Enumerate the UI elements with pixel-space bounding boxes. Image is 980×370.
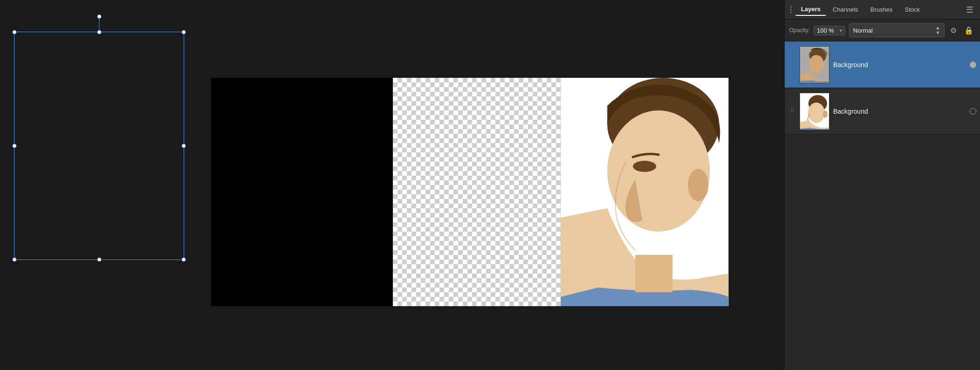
rotation-line: [99, 18, 100, 32]
opacity-dropdown-arrow[interactable]: ▾: [840, 28, 842, 33]
tab-channels[interactable]: Channels: [827, 4, 864, 15]
layer-visibility-icon: ⠿: [788, 62, 796, 68]
svg-point-3: [688, 169, 709, 201]
opacity-row: Opacity: 100 % ▾ Normal ▲▼ ⚙ 🔒: [785, 20, 980, 41]
handle-top-center[interactable]: [97, 30, 101, 34]
opacity-value: 100 %: [817, 27, 840, 34]
layer-thumbnail-2: [800, 93, 829, 130]
handle-bottom-center[interactable]: [97, 258, 101, 262]
tab-brushes[interactable]: Brushes: [865, 4, 898, 15]
rotation-handle[interactable]: [97, 14, 101, 19]
svg-point-4: [633, 161, 656, 172]
opacity-input[interactable]: 100 % ▾: [814, 26, 845, 35]
handle-bottom-left[interactable]: [13, 258, 17, 262]
blend-mode-arrows: ▲▼: [935, 25, 940, 35]
panel-tabs-bar: Layers Channels Brushes Stock ☰: [785, 0, 980, 20]
canvas-area[interactable]: [0, 0, 784, 370]
tab-stock[interactable]: Stock: [899, 4, 926, 15]
lock-icon[interactable]: 🔒: [962, 25, 975, 36]
layer-thumbnail-1: [800, 46, 829, 83]
handle-top-left[interactable]: [13, 30, 17, 34]
black-region: [211, 78, 393, 306]
canvas-content: [211, 64, 729, 306]
handle-mid-left[interactable]: [13, 144, 17, 148]
svg-rect-5: [635, 255, 673, 292]
transform-box: [14, 32, 184, 260]
opacity-label: Opacity:: [789, 27, 810, 34]
right-panel: Layers Channels Brushes Stock ☰ Opacity:…: [784, 0, 980, 370]
settings-icon[interactable]: ⚙: [948, 25, 959, 36]
layer-name-2: Background: [833, 108, 966, 115]
layers-list: ⠿ Background ⠿: [785, 41, 980, 370]
svg-point-12: [823, 110, 828, 118]
handle-top-right[interactable]: [182, 30, 186, 34]
layer-eye-1[interactable]: [970, 62, 976, 68]
layer-name-1: Background: [833, 61, 966, 69]
panel-menu-button[interactable]: ☰: [962, 3, 977, 17]
checker-region: [393, 78, 561, 306]
photo-region: [561, 78, 729, 306]
svg-point-8: [809, 55, 824, 74]
layer-visibility-icon-2: ⠿: [788, 108, 796, 114]
svg-point-11: [808, 103, 825, 123]
panel-grip: [787, 4, 794, 15]
blend-mode-select[interactable]: Normal ▲▼: [849, 23, 945, 37]
handle-mid-right[interactable]: [182, 144, 186, 148]
handle-bottom-right[interactable]: [182, 258, 186, 262]
blend-mode-label: Normal: [853, 27, 873, 34]
layer-item[interactable]: ⠿ Background: [785, 41, 980, 88]
person-svg: [561, 78, 729, 306]
tab-layers[interactable]: Layers: [795, 3, 826, 16]
layer-eye-2[interactable]: [970, 108, 976, 115]
layer-item[interactable]: ⠿ Background: [785, 88, 980, 135]
